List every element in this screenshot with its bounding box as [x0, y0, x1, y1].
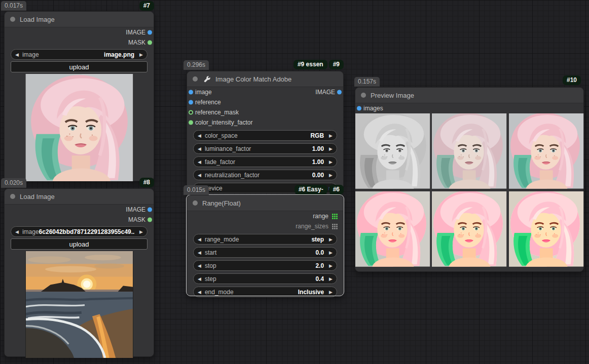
- increment-arrow-icon[interactable]: ▶: [139, 229, 143, 234]
- node-id-badge: #9: [329, 60, 344, 69]
- decrement-arrow-icon[interactable]: ◀: [198, 237, 201, 242]
- node-group-badge: #9 essen: [293, 60, 327, 69]
- node-title: Load Image: [20, 193, 55, 200]
- slot-row-reference-mask: reference_mask: [187, 107, 343, 117]
- widget-stop[interactable]: ◀ stop 2.0 ▶: [193, 260, 337, 271]
- input-label: reference: [195, 99, 221, 106]
- increment-arrow-icon[interactable]: ▶: [329, 250, 333, 255]
- decrement-arrow-icon[interactable]: ◀: [15, 52, 19, 57]
- decrement-arrow-icon[interactable]: ◀: [198, 250, 201, 255]
- collapse-dot-icon[interactable]: [361, 93, 366, 98]
- node-header[interactable]: Image Color Match Adobe: [187, 71, 343, 87]
- input-label: image: [195, 89, 212, 96]
- upload-button[interactable]: upload: [11, 61, 148, 72]
- node-graph-canvas[interactable]: Load Image IMAGE MASK ◀ image image.png …: [0, 0, 589, 364]
- widget-label: color_space: [205, 132, 238, 139]
- widget-value: step: [311, 236, 324, 243]
- image-output-dot[interactable]: [148, 208, 152, 212]
- increment-arrow-icon[interactable]: ▶: [139, 52, 143, 57]
- collapse-dot-icon[interactable]: [10, 17, 15, 22]
- widget-fade-factor[interactable]: ◀ fade_factor 1.00 ▶: [193, 156, 337, 167]
- input-label: color_intensity_factor: [195, 119, 252, 126]
- decrement-arrow-icon[interactable]: ◀: [198, 263, 201, 268]
- collapse-dot-icon[interactable]: [10, 194, 15, 199]
- widget-value: image.png: [104, 51, 134, 58]
- widget-image-combo[interactable]: ◀ image image.png ▶: [11, 49, 148, 60]
- output-label: IMAGE: [126, 29, 145, 36]
- increment-arrow-icon[interactable]: ▶: [329, 146, 333, 151]
- widget-color-space[interactable]: ◀ color_space RGB ▶: [193, 130, 337, 141]
- list-output-icon[interactable]: [332, 214, 338, 219]
- output-slot-mask: MASK: [5, 37, 154, 48]
- node-load-image-8[interactable]: Load Image IMAGE MASK ◀ image 6c26042bbd…: [4, 188, 154, 357]
- node-header[interactable]: Range(Float): [187, 195, 343, 211]
- node-header[interactable]: Preview Image: [355, 88, 583, 103]
- color-intensity-input-dot[interactable]: [189, 120, 193, 125]
- decrement-arrow-icon[interactable]: ◀: [15, 229, 19, 234]
- image-input-dot[interactable]: [189, 90, 193, 95]
- upload-button[interactable]: upload: [11, 238, 148, 250]
- widget-value: 1.00: [312, 158, 324, 166]
- execution-time-badge: 0.157s: [354, 77, 380, 87]
- output-label: MASK: [128, 39, 145, 46]
- node-group-badge: #6 Easy-: [294, 185, 327, 194]
- preview-image-intensity-2: [509, 113, 584, 190]
- widget-label: step: [205, 275, 216, 282]
- decrement-arrow-icon[interactable]: ◀: [198, 159, 201, 165]
- widget-image-combo[interactable]: ◀ image 6c26042bbd78712291283955c49... ▶: [11, 226, 148, 237]
- output-label: IMAGE: [315, 89, 335, 96]
- node-load-image-7[interactable]: Load Image IMAGE MASK ◀ image image.png …: [4, 11, 154, 181]
- node-title: Image Color Match Adobe: [215, 75, 291, 83]
- image-output-dot[interactable]: [337, 90, 342, 95]
- node-header[interactable]: Load Image: [5, 12, 154, 27]
- decrement-arrow-icon[interactable]: ◀: [198, 173, 201, 178]
- widget-value: 0.0: [315, 249, 324, 256]
- node-title: Load Image: [20, 16, 55, 23]
- output-label: MASK: [128, 216, 145, 223]
- widget-start[interactable]: ◀ start 0.0 ▶: [193, 247, 337, 258]
- node-preview-image[interactable]: Preview Image images: [355, 87, 584, 272]
- mask-output-dot[interactable]: [148, 41, 152, 45]
- preview-image-intensity-5: [509, 191, 584, 268]
- execution-time-badge: 0.015s: [183, 185, 209, 195]
- collapse-dot-icon[interactable]: [193, 76, 198, 82]
- widget-label: start: [205, 249, 216, 256]
- decrement-arrow-icon[interactable]: ◀: [198, 133, 201, 138]
- node-range-float[interactable]: Range(Float) range range_sizes ◀ range_m…: [187, 195, 344, 296]
- decrement-arrow-icon[interactable]: ◀: [198, 276, 201, 281]
- widget-end-mode[interactable]: ◀ end_mode Inclusive ▶: [193, 287, 337, 297]
- wrench-icon: [203, 75, 211, 83]
- increment-arrow-icon[interactable]: ▶: [329, 173, 333, 178]
- mask-output-dot[interactable]: [148, 218, 152, 222]
- node-id-badge: #6: [329, 185, 344, 194]
- increment-arrow-icon[interactable]: ▶: [329, 159, 333, 165]
- increment-arrow-icon[interactable]: ▶: [329, 133, 333, 138]
- widget-value: 2.0: [315, 262, 324, 269]
- output-slot-image: IMAGE: [5, 205, 154, 215]
- images-input-dot[interactable]: [357, 106, 361, 111]
- increment-arrow-icon[interactable]: ▶: [329, 263, 333, 268]
- list-output-icon[interactable]: [332, 224, 338, 229]
- preview-image-intensity-1: [432, 113, 507, 190]
- node-title: Preview Image: [371, 92, 414, 99]
- widget-luminance-factor[interactable]: ◀ luminance_factor 1.00 ▶: [193, 143, 337, 154]
- image-output-dot[interactable]: [148, 30, 152, 35]
- widget-range-mode[interactable]: ◀ range_mode step ▶: [193, 234, 337, 245]
- decrement-arrow-icon[interactable]: ◀: [198, 146, 201, 151]
- preview-image-grid: [355, 113, 584, 268]
- output-slot-range-sizes: range_sizes: [187, 221, 343, 231]
- increment-arrow-icon[interactable]: ▶: [329, 276, 333, 281]
- collapse-dot-icon[interactable]: [193, 200, 198, 206]
- output-slot-range: range: [187, 211, 343, 221]
- reference-mask-input-dot[interactable]: [189, 110, 193, 115]
- increment-arrow-icon[interactable]: ▶: [329, 237, 333, 242]
- decrement-arrow-icon[interactable]: ◀: [198, 290, 201, 295]
- preview-image-intensity-4: [432, 191, 507, 268]
- node-image-color-match-adobe[interactable]: Image Color Match Adobe image IMAGE refe…: [187, 71, 344, 189]
- node-header[interactable]: Load Image: [5, 189, 154, 205]
- reference-input-dot[interactable]: [189, 100, 193, 105]
- widget-neutralization-factor[interactable]: ◀ neutralization_factor 0.00 ▶: [193, 170, 337, 180]
- widget-value: 0.4: [315, 275, 324, 282]
- increment-arrow-icon[interactable]: ▶: [329, 290, 333, 295]
- widget-step[interactable]: ◀ step 0.4 ▶: [193, 273, 337, 284]
